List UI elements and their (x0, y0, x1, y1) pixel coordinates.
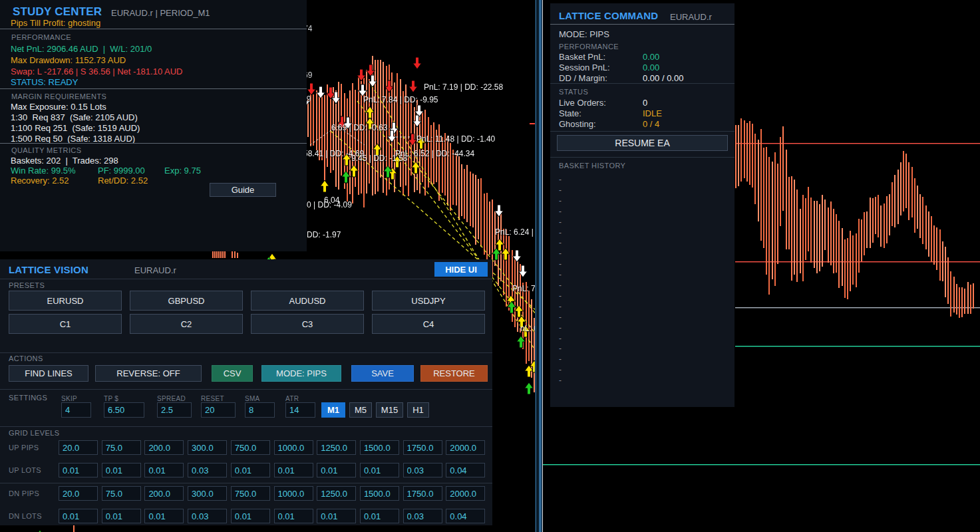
basket-history-row: - (559, 354, 562, 364)
command-perf-value: 0.00 (643, 52, 659, 62)
preset-button-c3[interactable]: C3 (251, 314, 364, 334)
grid-input-dn-lots-8[interactable] (360, 509, 399, 523)
action-button-csv[interactable]: CSV (212, 365, 253, 382)
grid-input-dn-pips-4[interactable] (188, 486, 227, 501)
grid-input-dn-lots-5[interactable] (231, 509, 270, 523)
setting-label-tp-: TP $ (104, 395, 118, 402)
grid-input-dn-pips-3[interactable] (144, 486, 184, 501)
timeframe-button-m5[interactable]: M5 (349, 402, 372, 418)
grid-input-up-lots-8[interactable] (360, 463, 399, 477)
grid-input-dn-pips-1[interactable] (59, 486, 98, 501)
baskets-trades: Baskets: 202 | Trades: 298 (11, 156, 118, 166)
grid-input-dn-lots-2[interactable] (102, 509, 141, 523)
basket-history-row: - (559, 249, 562, 258)
grid-input-up-lots-6[interactable] (274, 463, 313, 477)
grid-input-up-pips-4[interactable] (188, 440, 227, 455)
basket-history-row: - (559, 186, 562, 195)
timeframe-button-h1[interactable]: H1 (407, 402, 429, 418)
hide-ui-button[interactable]: HIDE UI (434, 262, 488, 277)
grid-input-dn-pips-7[interactable] (317, 486, 356, 501)
grid-input-dn-lots-10[interactable] (446, 509, 485, 523)
command-status-label: Ghosting: (559, 119, 596, 129)
grid-input-up-lots-1[interactable] (59, 463, 98, 477)
performance-heading: PERFORMANCE (11, 33, 71, 41)
setting-input-spread[interactable] (157, 402, 192, 418)
action-button-save[interactable]: SAVE (351, 365, 414, 382)
basket-history-row: - (559, 270, 562, 279)
command-status-value: 0 (643, 98, 647, 108)
command-perf-value: 0.00 / 0.00 (643, 73, 683, 83)
grid-input-dn-lots-7[interactable] (317, 509, 356, 523)
basket-history-row: - (559, 207, 562, 216)
setting-input-atr[interactable] (285, 402, 315, 418)
grid-input-up-pips-3[interactable] (144, 440, 184, 455)
mode-label: MODE: PIPS (559, 29, 609, 39)
grid-input-up-pips-10[interactable] (446, 440, 485, 455)
grid-input-dn-pips-10[interactable] (446, 486, 485, 501)
preset-button-audusd[interactable]: AUDUSD (251, 291, 364, 311)
basket-history-row: - (559, 323, 562, 332)
guide-button[interactable]: Guide (210, 183, 276, 197)
grid-input-dn-lots-3[interactable] (144, 509, 184, 523)
preset-button-gbpusd[interactable]: GBPUSD (130, 291, 243, 311)
basket-history-row: - (559, 217, 562, 227)
grid-input-up-pips-9[interactable] (403, 440, 442, 455)
margin-row: 1:500 Req 50 (Safe: 1318 AUD) (11, 134, 135, 144)
action-button-find-lines[interactable]: FIND LINES (9, 365, 88, 382)
window-splitter[interactable] (535, 0, 543, 532)
setting-input-skip[interactable] (61, 402, 91, 418)
grid-row-label-up-pips: UP PIPS (9, 444, 39, 452)
grid-input-dn-lots-6[interactable] (274, 509, 313, 523)
grid-input-up-pips-2[interactable] (102, 440, 141, 455)
grid-input-up-lots-3[interactable] (144, 463, 184, 477)
grid-input-up-lots-2[interactable] (102, 463, 141, 477)
setting-input-sma[interactable] (245, 402, 275, 418)
basket-history-row: - (559, 302, 562, 311)
basket-history-heading: BASKET HISTORY (559, 162, 625, 170)
grid-input-dn-lots-9[interactable] (403, 509, 442, 523)
action-button-mode-pips[interactable]: MODE: PIPS (261, 365, 341, 382)
grid-input-dn-pips-2[interactable] (102, 486, 141, 501)
grid-input-up-lots-9[interactable] (403, 463, 442, 477)
setting-input-reset[interactable] (201, 402, 236, 418)
resume-ea-button[interactable]: RESUME EA (557, 135, 728, 151)
grid-input-dn-pips-6[interactable] (274, 486, 313, 501)
grid-input-dn-pips-8[interactable] (360, 486, 399, 501)
grid-input-dn-pips-5[interactable] (231, 486, 270, 501)
preset-button-c1[interactable]: C1 (9, 314, 122, 334)
grid-input-up-pips-8[interactable] (360, 440, 399, 455)
command-performance-heading: PERFORMANCE (559, 43, 619, 51)
action-button-reverse-off[interactable]: REVERSE: OFF (95, 365, 202, 382)
study-center-symbol: EURAUD.r | PERIOD_M1 (111, 8, 210, 18)
preset-button-usdjpy[interactable]: USDJPY (372, 291, 485, 311)
timeframe-button-m1[interactable]: M1 (321, 402, 345, 418)
action-button-restore[interactable]: RESTORE (420, 365, 488, 382)
preset-button-c2[interactable]: C2 (130, 314, 243, 334)
pips-till-profit: Pips Till Profit: ghosting (11, 18, 100, 28)
lattice-command-symbol: EURAUD.r (670, 12, 712, 22)
basket-history-row: - (559, 175, 562, 184)
grid-input-up-pips-5[interactable] (231, 440, 270, 455)
grid-input-dn-lots-1[interactable] (59, 509, 98, 523)
win-rate: Win Rate: 99.5% (11, 166, 76, 176)
grid-levels-heading: GRID LEVELS (9, 429, 60, 437)
grid-input-up-lots-7[interactable] (317, 463, 356, 477)
grid-input-up-pips-7[interactable] (317, 440, 356, 455)
lattice-vision-symbol: EURAUD.r (134, 265, 176, 275)
grid-input-up-lots-10[interactable] (446, 463, 485, 477)
grid-input-up-lots-4[interactable] (188, 463, 227, 477)
grid-input-dn-pips-9[interactable] (403, 486, 442, 501)
preset-button-eurusd[interactable]: EURUSD (9, 291, 122, 311)
setting-label-atr: ATR (285, 395, 299, 402)
margin-row: 1:100 Req 251 (Safe: 1519 AUD) (11, 123, 140, 133)
grid-input-dn-lots-4[interactable] (188, 509, 227, 523)
setting-input-tp-[interactable] (104, 402, 144, 418)
timeframe-button-m15[interactable]: M15 (376, 402, 403, 418)
quality-heading: QUALITY METRICS (11, 146, 81, 154)
grid-input-up-pips-6[interactable] (274, 440, 313, 455)
preset-button-c4[interactable]: C4 (372, 314, 485, 334)
basket-history-row: - (559, 196, 562, 205)
settings-heading: SETTINGS (9, 394, 47, 402)
grid-input-up-pips-1[interactable] (59, 440, 98, 455)
grid-input-up-lots-5[interactable] (231, 463, 270, 477)
